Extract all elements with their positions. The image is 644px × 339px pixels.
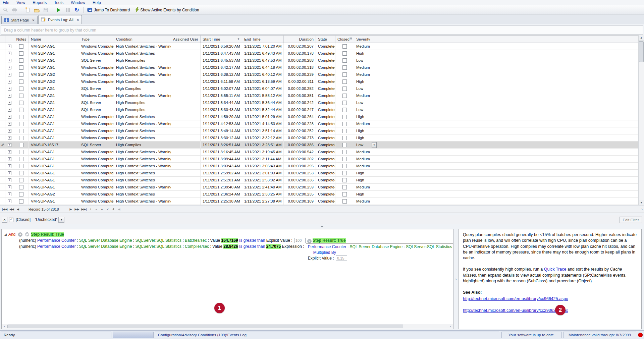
closed-checkbox[interactable] xyxy=(342,44,347,49)
nav-button-3[interactable]: + xyxy=(88,207,93,212)
closed-checkbox[interactable] xyxy=(342,143,347,147)
column-header-severity[interactable]: Severity xyxy=(354,36,379,43)
add-condition-icon[interactable]: + xyxy=(18,232,22,237)
menu-file[interactable]: File xyxy=(3,0,9,5)
scroll-left-icon[interactable]: ‹ xyxy=(2,324,7,329)
technet-link-2[interactable]: http://technet.microsoft.com/en-us/libra… xyxy=(463,308,637,314)
event-row[interactable]: +VM-SUP-AG1Windows ComputerHigh Context … xyxy=(0,127,638,134)
column-header-condition[interactable]: Condition xyxy=(114,36,171,43)
nav-button-1[interactable]: ▶▶ xyxy=(74,207,80,212)
expand-row-icon[interactable]: + xyxy=(8,66,11,69)
expand-row-icon[interactable]: + xyxy=(8,108,11,112)
notes-checkbox[interactable] xyxy=(19,108,23,112)
technet-link-1[interactable]: http://technet.microsoft.com/en-us/libra… xyxy=(463,296,637,302)
filter-funnel-icon[interactable] xyxy=(350,38,352,41)
event-row[interactable]: ✎+VM-SUP-16S17SQL ServerHigh Compiles1/1… xyxy=(0,142,638,149)
expand-row-icon[interactable]: + xyxy=(8,136,11,140)
event-row[interactable]: +VM-SUP-AG1Windows ComputerHigh Context … xyxy=(0,163,638,170)
column-header-start-time[interactable]: Start Time▼ xyxy=(201,36,242,43)
column-header-name[interactable]: Name xyxy=(29,36,79,43)
notes-checkbox[interactable] xyxy=(19,94,23,98)
nav-scroll-right-icon[interactable]: › xyxy=(641,207,643,212)
expand-row-icon[interactable]: + xyxy=(8,45,11,48)
notes-checkbox[interactable] xyxy=(19,157,23,161)
expand-row-icon[interactable]: + xyxy=(8,122,11,126)
event-row[interactable]: +VM-SUP-AG2Windows ComputerHigh Context … xyxy=(0,78,638,85)
closed-checkbox[interactable] xyxy=(342,72,347,77)
new-button[interactable] xyxy=(24,7,31,13)
event-row[interactable]: +VM-SUP-AG2Windows ComputerHigh Context … xyxy=(0,191,638,198)
splitter-collapse-icon[interactable] xyxy=(320,226,324,228)
event-row[interactable]: +VM-SUP-AG1Windows ComputerHigh Context … xyxy=(0,43,638,50)
nav-button-prev-2[interactable]: ◀ xyxy=(15,207,20,212)
closed-checkbox[interactable] xyxy=(342,122,347,126)
expand-row-icon[interactable]: + xyxy=(8,94,11,98)
menu-help[interactable]: Help xyxy=(93,0,101,5)
expand-row-icon[interactable]: + xyxy=(8,59,11,62)
nav-button-prev-0[interactable]: |◀◀ xyxy=(1,207,8,212)
edit-filter-button[interactable]: Edit Filter xyxy=(620,217,642,223)
event-row[interactable]: +VM-SUP-AG1Windows ComputerHigh Context … xyxy=(0,198,638,205)
notes-checkbox[interactable] xyxy=(19,192,23,196)
nav-button-0[interactable]: ▶ xyxy=(68,207,73,212)
event-row[interactable]: +VM-SUP-AG1Windows ComputerHigh Context … xyxy=(0,92,638,99)
save-button[interactable] xyxy=(42,7,49,13)
event-row[interactable]: +VM-SUP-AG1Windows ComputerHigh Context … xyxy=(0,170,638,177)
scroll-thumb[interactable] xyxy=(639,41,644,62)
nav-button-8[interactable]: ◀ xyxy=(117,207,122,212)
expand-row-icon[interactable]: + xyxy=(8,87,11,91)
event-row[interactable]: +VM-SUP-AG1Windows ComputerHigh Context … xyxy=(0,134,638,142)
closed-checkbox[interactable] xyxy=(342,164,347,168)
horizontal-splitter[interactable] xyxy=(0,225,644,229)
expand-row-icon[interactable]: + xyxy=(8,178,11,182)
closed-checkbox[interactable] xyxy=(342,129,347,133)
closed-checkbox[interactable] xyxy=(342,171,347,175)
expand-row-icon[interactable]: + xyxy=(8,192,11,196)
scroll-down-icon[interactable]: ▼ xyxy=(639,200,644,205)
expand-row-icon[interactable]: + xyxy=(8,80,11,83)
notes-checkbox[interactable] xyxy=(19,143,23,147)
tab-start-page-close-icon[interactable]: × xyxy=(32,18,34,22)
closed-checkbox[interactable] xyxy=(342,199,347,204)
event-row[interactable]: +VM-SUP-AG1Windows ComputerHigh Context … xyxy=(0,156,638,163)
closed-checkbox[interactable] xyxy=(342,58,347,63)
notes-checkbox[interactable] xyxy=(19,136,23,140)
event-row[interactable]: +VM-SUP-AG1Windows ComputerHigh Context … xyxy=(0,184,638,191)
closed-checkbox[interactable] xyxy=(342,136,347,140)
tab-events-log[interactable]: Events Log: All × xyxy=(38,15,82,24)
event-row[interactable]: +VM-SUP-AG1Windows ComputerHigh Context … xyxy=(0,149,638,156)
closed-checkbox[interactable] xyxy=(342,101,347,105)
notes-checkbox[interactable] xyxy=(19,115,23,119)
nav-button-5[interactable]: ▲ xyxy=(100,207,105,212)
notes-checkbox[interactable] xyxy=(19,87,23,91)
notes-checkbox[interactable] xyxy=(19,129,23,133)
event-row[interactable]: +VM-SUP-AG1SQL ServerHigh Recompiles1/11… xyxy=(0,106,638,113)
print-button[interactable] xyxy=(11,7,18,13)
column-header-closed[interactable]: Closed xyxy=(335,36,354,43)
event-row[interactable]: +VM-SUP-AG1SQL ServerHigh Compiles1/11/2… xyxy=(0,85,638,92)
menu-view[interactable]: View xyxy=(16,0,25,5)
column-header-notes[interactable]: Notes xyxy=(14,36,29,43)
notes-checkbox[interactable] xyxy=(19,58,23,63)
column-header-duration[interactable]: Duration xyxy=(284,36,316,43)
closed-checkbox[interactable] xyxy=(342,94,347,98)
event-row[interactable]: +VM-SUP-AG1SQL ServerHigh Recompiles1/11… xyxy=(0,99,638,106)
tab-start-page[interactable]: Start Page × xyxy=(1,16,38,24)
remove-step-icon[interactable]: × xyxy=(307,239,312,243)
expand-row-icon[interactable]: + xyxy=(8,200,11,203)
notes-checkbox[interactable] xyxy=(19,79,23,84)
notes-checkbox[interactable] xyxy=(19,178,23,182)
scroll-right-icon[interactable]: › xyxy=(448,324,453,329)
closed-checkbox[interactable] xyxy=(342,108,347,112)
nav-button-6[interactable]: ✓ xyxy=(105,207,110,212)
expand-row-icon[interactable]: + xyxy=(8,73,11,76)
expand-row-icon[interactable]: + xyxy=(8,115,11,119)
expand-row-icon[interactable]: + xyxy=(8,143,11,147)
expand-row-icon[interactable]: + xyxy=(8,150,11,154)
expand-row-icon[interactable]: + xyxy=(8,129,11,133)
notes-checkbox[interactable] xyxy=(19,150,23,154)
refresh-button[interactable]: ↻ xyxy=(73,7,80,13)
column-header-type[interactable]: Type xyxy=(79,36,114,43)
menu-reports[interactable]: Reports xyxy=(33,0,47,5)
notes-checkbox[interactable] xyxy=(19,164,23,168)
